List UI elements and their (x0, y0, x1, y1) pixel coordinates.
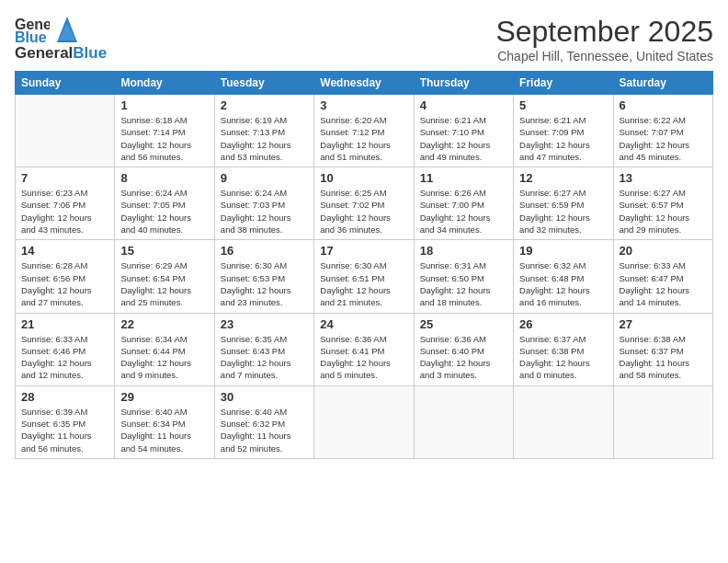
day-info: Sunrise: 6:33 AMSunset: 6:47 PMDaylight:… (620, 259, 707, 308)
day-number: 13 (620, 171, 707, 185)
day-info: Sunrise: 6:36 AMSunset: 6:41 PMDaylight:… (320, 333, 407, 382)
header-row: SundayMondayTuesdayWednesdayThursdayFrid… (16, 72, 713, 95)
day-info: Sunrise: 6:31 AMSunset: 6:50 PMDaylight:… (420, 259, 507, 308)
day-number: 14 (21, 244, 108, 258)
day-cell: 1Sunrise: 6:18 AMSunset: 7:14 PMDaylight… (115, 95, 214, 167)
day-info: Sunrise: 6:25 AMSunset: 7:02 PMDaylight:… (320, 187, 407, 236)
day-cell: 18Sunrise: 6:31 AMSunset: 6:50 PMDayligh… (414, 240, 513, 313)
day-number: 23 (221, 317, 308, 331)
day-info: Sunrise: 6:38 AMSunset: 6:37 PMDaylight:… (620, 333, 707, 382)
day-cell: 11Sunrise: 6:26 AMSunset: 7:00 PMDayligh… (414, 167, 513, 240)
day-number: 29 (120, 390, 208, 404)
day-cell: 10Sunrise: 6:25 AMSunset: 7:02 PMDayligh… (314, 167, 414, 240)
day-number: 15 (120, 244, 208, 258)
column-header-tuesday: Tuesday (214, 72, 313, 95)
day-cell: 15Sunrise: 6:29 AMSunset: 6:54 PMDayligh… (115, 240, 214, 313)
day-cell: 5Sunrise: 6:21 AMSunset: 7:09 PMDaylight… (514, 95, 613, 167)
day-cell: 29Sunrise: 6:40 AMSunset: 6:34 PMDayligh… (115, 385, 214, 458)
week-row-2: 7Sunrise: 6:23 AMSunset: 7:06 PMDaylight… (16, 167, 713, 240)
day-info: Sunrise: 6:34 AMSunset: 6:44 PMDaylight:… (120, 333, 208, 382)
day-cell: 21Sunrise: 6:33 AMSunset: 6:46 PMDayligh… (16, 313, 115, 385)
week-row-4: 21Sunrise: 6:33 AMSunset: 6:46 PMDayligh… (16, 313, 713, 385)
day-cell: 23Sunrise: 6:35 AMSunset: 6:43 PMDayligh… (214, 313, 313, 385)
day-info: Sunrise: 6:19 AMSunset: 7:13 PMDaylight:… (221, 114, 308, 163)
day-number: 27 (620, 317, 707, 331)
day-info: Sunrise: 6:18 AMSunset: 7:14 PMDaylight:… (120, 114, 208, 163)
day-number: 26 (519, 317, 607, 331)
week-row-5: 28Sunrise: 6:39 AMSunset: 6:35 PMDayligh… (16, 385, 713, 458)
day-number: 9 (221, 171, 308, 185)
day-cell: 28Sunrise: 6:39 AMSunset: 6:35 PMDayligh… (16, 385, 115, 458)
day-info: Sunrise: 6:30 AMSunset: 6:51 PMDaylight:… (320, 259, 407, 308)
column-header-friday: Friday (514, 72, 613, 95)
day-number: 25 (420, 317, 507, 331)
day-number: 2 (221, 98, 308, 112)
day-cell: 6Sunrise: 6:22 AMSunset: 7:07 PMDaylight… (613, 95, 712, 167)
day-cell: 2Sunrise: 6:19 AMSunset: 7:13 PMDaylight… (214, 95, 313, 167)
day-info: Sunrise: 6:40 AMSunset: 6:34 PMDaylight:… (120, 406, 208, 454)
day-cell: 7Sunrise: 6:23 AMSunset: 7:06 PMDaylight… (16, 167, 115, 240)
day-cell: 16Sunrise: 6:30 AMSunset: 6:53 PMDayligh… (214, 240, 313, 313)
day-number: 3 (320, 98, 407, 112)
day-cell: 30Sunrise: 6:40 AMSunset: 6:32 PMDayligh… (214, 385, 313, 458)
logo-blue-text: Blue (73, 44, 107, 63)
logo-icon: General Blue (15, 15, 50, 44)
day-info: Sunrise: 6:22 AMSunset: 7:07 PMDaylight:… (620, 114, 707, 163)
day-cell: 22Sunrise: 6:34 AMSunset: 6:44 PMDayligh… (115, 313, 214, 385)
svg-text:Blue: Blue (15, 29, 47, 44)
day-number: 6 (620, 98, 707, 112)
day-cell (514, 385, 613, 458)
day-cell: 25Sunrise: 6:36 AMSunset: 6:40 PMDayligh… (414, 313, 513, 385)
day-number: 11 (420, 171, 507, 185)
day-info: Sunrise: 6:30 AMSunset: 6:53 PMDaylight:… (221, 259, 308, 308)
location-title: Chapel Hill, Tennessee, United States (495, 49, 713, 63)
day-cell: 3Sunrise: 6:20 AMSunset: 7:12 PMDaylight… (314, 95, 414, 167)
day-number: 5 (519, 98, 607, 112)
day-number: 16 (221, 244, 308, 258)
day-number: 8 (120, 171, 208, 185)
week-row-1: 1Sunrise: 6:18 AMSunset: 7:14 PMDaylight… (16, 95, 713, 167)
day-cell: 19Sunrise: 6:32 AMSunset: 6:48 PMDayligh… (514, 240, 613, 313)
day-info: Sunrise: 6:26 AMSunset: 7:00 PMDaylight:… (420, 187, 507, 236)
day-info: Sunrise: 6:32 AMSunset: 6:48 PMDaylight:… (519, 259, 607, 308)
day-cell (314, 385, 414, 458)
day-number: 18 (420, 244, 507, 258)
calendar-table: SundayMondayTuesdayWednesdayThursdayFrid… (15, 71, 713, 459)
column-header-saturday: Saturday (613, 72, 712, 95)
day-cell (414, 385, 513, 458)
day-info: Sunrise: 6:28 AMSunset: 6:56 PMDaylight:… (21, 259, 108, 308)
title-block: September 2025 Chapel Hill, Tennessee, U… (495, 15, 713, 63)
column-header-monday: Monday (115, 72, 214, 95)
day-cell: 14Sunrise: 6:28 AMSunset: 6:56 PMDayligh… (16, 240, 115, 313)
day-number: 19 (519, 244, 607, 258)
column-header-thursday: Thursday (414, 72, 513, 95)
day-info: Sunrise: 6:23 AMSunset: 7:06 PMDaylight:… (21, 187, 108, 236)
day-number: 30 (221, 390, 308, 404)
day-number: 20 (620, 244, 707, 258)
logo-general-text: General (15, 44, 73, 63)
day-cell: 4Sunrise: 6:21 AMSunset: 7:10 PMDaylight… (414, 95, 513, 167)
day-info: Sunrise: 6:21 AMSunset: 7:09 PMDaylight:… (519, 114, 607, 163)
page-header: General Blue General Blue September 2025… (15, 15, 713, 63)
day-cell: 24Sunrise: 6:36 AMSunset: 6:41 PMDayligh… (314, 313, 414, 385)
column-header-wednesday: Wednesday (314, 72, 414, 95)
day-cell: 12Sunrise: 6:27 AMSunset: 6:59 PMDayligh… (514, 167, 613, 240)
day-info: Sunrise: 6:21 AMSunset: 7:10 PMDaylight:… (420, 114, 507, 163)
day-info: Sunrise: 6:39 AMSunset: 6:35 PMDaylight:… (21, 406, 108, 454)
day-number: 1 (120, 98, 208, 112)
day-number: 28 (21, 390, 108, 404)
day-info: Sunrise: 6:36 AMSunset: 6:40 PMDaylight:… (420, 333, 507, 382)
day-number: 7 (21, 171, 108, 185)
day-cell (16, 95, 115, 167)
day-cell (613, 385, 712, 458)
day-number: 24 (320, 317, 407, 331)
column-header-sunday: Sunday (16, 72, 115, 95)
day-cell: 20Sunrise: 6:33 AMSunset: 6:47 PMDayligh… (613, 240, 712, 313)
day-number: 4 (420, 98, 507, 112)
day-info: Sunrise: 6:24 AMSunset: 7:05 PMDaylight:… (120, 187, 208, 236)
day-info: Sunrise: 6:27 AMSunset: 6:57 PMDaylight:… (620, 187, 707, 236)
day-cell: 8Sunrise: 6:24 AMSunset: 7:05 PMDaylight… (115, 167, 214, 240)
logo: General Blue General Blue (15, 15, 107, 63)
day-number: 17 (320, 244, 407, 258)
day-cell: 17Sunrise: 6:30 AMSunset: 6:51 PMDayligh… (314, 240, 414, 313)
